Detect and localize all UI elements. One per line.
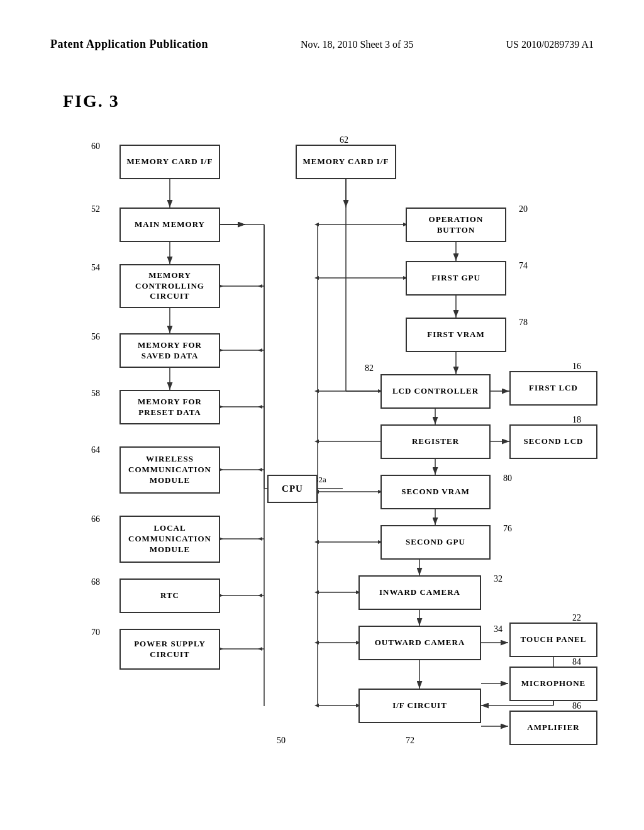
box-second-lcd: SECOND LCD [509,424,597,459]
box-memory-saved-data: MEMORY FOR SAVED DATA [119,333,220,368]
label-16: 16 [572,362,581,372]
label-86: 86 [572,701,581,711]
box-if-circuit: I/F CIRCUIT [358,689,481,723]
box-wireless-comm-module: WIRELESS COMMUNICATION MODULE [119,446,220,494]
label-34: 34 [494,624,502,634]
box-local-comm-module: LOCAL COMMUNICATION MODULE [119,516,220,563]
box-microphone: MICROPHONE [509,667,597,701]
header-publication-title: Patent Application Publication [50,38,208,51]
label-56: 56 [91,332,100,342]
svg-marker-24 [258,284,262,288]
label-84: 84 [572,657,581,667]
label-22: 22 [572,613,581,623]
box-power-supply-circuit: POWER SUPPLY CIRCUIT [119,629,220,670]
svg-marker-42 [258,647,262,651]
page: Patent Application Publication Nov. 18, … [0,0,644,830]
label-18: 18 [572,415,581,425]
svg-marker-58 [314,540,319,544]
label-74: 74 [519,261,528,271]
box-first-gpu: FIRST GPU [406,261,506,296]
figure-title: FIG. 3 [63,91,119,111]
box-rtc: RTC [119,578,220,613]
svg-marker-64 [314,641,319,645]
label-60: 60 [91,141,100,152]
label-82: 82 [365,363,374,374]
label-54: 54 [91,263,100,273]
label-66: 66 [91,514,100,524]
box-memory-controlling-circuit: MEMORY CONTROLLING CIRCUIT [119,264,220,308]
box-second-vram: SECOND VRAM [380,475,491,509]
label-50: 50 [277,736,286,746]
box-second-gpu: SECOND GPU [380,525,491,560]
box-cpu: CPU [267,475,318,503]
label-72: 72 [406,736,414,746]
label-52: 52 [91,204,100,214]
label-32: 32 [494,574,502,584]
box-first-lcd: FIRST LCD [509,371,597,406]
label-80: 80 [503,473,512,484]
svg-marker-30 [258,405,262,409]
svg-marker-36 [258,537,262,541]
label-76: 76 [503,524,512,534]
svg-marker-39 [258,594,262,597]
label-70: 70 [91,628,100,638]
box-amplifier: AMPLIFIER [509,711,597,745]
svg-marker-46 [314,223,319,226]
svg-marker-33 [258,468,262,472]
diagram: MEMORY CARD I/F 60 MEMORY CARD I/F 62 MA… [31,126,616,805]
label-58: 58 [91,389,100,399]
box-main-memory: MAIN MEMORY [119,208,220,242]
header-date-sheet: Nov. 18, 2010 Sheet 3 of 35 [301,39,413,50]
svg-marker-67 [314,704,319,707]
box-memory-card-if-1: MEMORY CARD I/F [119,145,220,179]
header: Patent Application Publication Nov. 18, … [0,38,644,51]
label-64: 64 [91,445,100,455]
box-outward-camera: OUTWARD CAMERA [358,626,481,660]
svg-marker-27 [258,348,262,352]
svg-marker-61 [314,590,319,594]
box-inward-camera: INWARD CAMERA [358,575,481,610]
box-memory-card-if-2: MEMORY CARD I/F [296,145,396,179]
box-register: REGISTER [380,424,491,459]
header-patent-number: US 2010/0289739 A1 [506,39,594,50]
label-68: 68 [91,577,100,587]
svg-marker-49 [314,276,319,280]
box-touch-panel: TOUCH PANEL [509,622,597,657]
box-operation-button: OPERATION BUTTON [406,208,506,242]
svg-marker-81 [314,440,319,443]
box-lcd-controller: LCD CONTROLLER [380,374,491,409]
svg-marker-52 [314,389,319,393]
label-20: 20 [519,204,528,214]
label-78: 78 [519,318,528,328]
label-62: 62 [340,135,348,145]
box-first-vram: FIRST VRAM [406,318,506,352]
box-memory-preset-data: MEMORY FOR PRESET DATA [119,390,220,424]
